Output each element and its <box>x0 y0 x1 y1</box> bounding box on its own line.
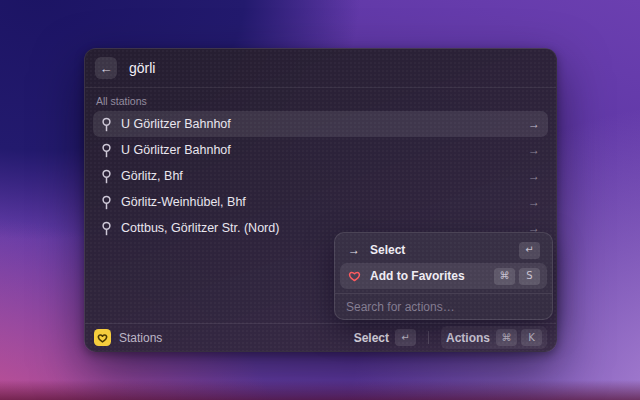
keycap: ↵ <box>519 242 540 259</box>
select-hint[interactable]: Select ↵ <box>354 329 416 346</box>
station-title: U Görlitzer Bahnhof <box>121 117 231 131</box>
action-menu-item[interactable]: Add to Favorites ⌘S <box>340 263 547 289</box>
keycap: ⌘ <box>496 329 517 346</box>
actions-button[interactable]: Actions ⌘K <box>441 326 547 349</box>
action-menu-item[interactable]: → Select ↵ <box>340 237 547 263</box>
action-shortcut: ↵ <box>519 242 540 259</box>
select-hint-label: Select <box>354 331 389 345</box>
keycap: ↵ <box>395 329 416 346</box>
arrow-right-icon: → <box>528 117 540 131</box>
station-list-item[interactable]: Görlitz, Bhf → <box>93 163 548 189</box>
heart-icon <box>97 333 108 343</box>
keycap: ⌘ <box>494 268 515 285</box>
search-bar: ← görli <box>85 49 556 88</box>
results-area: All stations U Görlitzer Bahnhof → U Gör… <box>85 88 556 323</box>
actions-button-keys: ⌘K <box>496 329 542 346</box>
station-list-item[interactable]: Görlitz-Weinhübel, Bhf → <box>93 189 548 215</box>
actions-button-label: Actions <box>446 331 490 345</box>
action-label: Select <box>370 243 405 257</box>
action-label: Add to Favorites <box>370 269 465 283</box>
heart-icon <box>348 270 361 282</box>
station-pin-icon <box>101 195 112 210</box>
search-input[interactable]: görli <box>129 60 155 76</box>
footer-separator <box>428 331 429 344</box>
results-list: U Görlitzer Bahnhof → U Görlitzer Bahnho… <box>85 111 556 241</box>
arrow-right-icon: → <box>348 243 360 257</box>
station-title: Cottbus, Görlitzer Str. (Nord) <box>121 221 279 235</box>
station-title: Görlitz, Bhf <box>121 169 183 183</box>
section-header: All stations <box>85 88 556 111</box>
station-title: U Görlitzer Bahnhof <box>121 143 231 157</box>
select-hint-keys: ↵ <box>395 329 416 346</box>
station-title: Görlitz-Weinhübel, Bhf <box>121 195 246 209</box>
action-shortcut: ⌘S <box>494 268 540 285</box>
station-pin-icon <box>101 117 112 132</box>
action-search-field[interactable]: Search for actions… <box>335 294 552 319</box>
station-pin-icon <box>101 221 112 236</box>
station-pin-icon <box>101 169 112 184</box>
back-arrow-icon: ← <box>100 62 113 75</box>
desktop-background: ← görli All stations U Görlitzer Bahnhof… <box>0 0 640 400</box>
action-search-placeholder: Search for actions… <box>346 300 455 314</box>
arrow-right-icon: → <box>528 143 540 157</box>
app-name: Stations <box>119 331 162 345</box>
station-list-item[interactable]: U Görlitzer Bahnhof → <box>93 137 548 163</box>
stations-app-icon <box>94 329 111 346</box>
arrow-right-icon: → <box>528 195 540 209</box>
status-bar: Stations Select ↵ Actions ⌘K <box>85 323 556 351</box>
station-list-item[interactable]: U Görlitzer Bahnhof → <box>93 111 548 137</box>
keycap: S <box>519 268 540 285</box>
action-panel: → Select ↵ Add to Favorites ⌘S Search fo… <box>334 232 553 320</box>
arrow-right-icon: → <box>528 169 540 183</box>
keycap: K <box>521 329 542 346</box>
back-button[interactable]: ← <box>95 57 117 79</box>
station-pin-icon <box>101 143 112 158</box>
launcher-window: ← görli All stations U Görlitzer Bahnhof… <box>84 48 557 352</box>
action-panel-items: → Select ↵ Add to Favorites ⌘S <box>335 233 552 291</box>
